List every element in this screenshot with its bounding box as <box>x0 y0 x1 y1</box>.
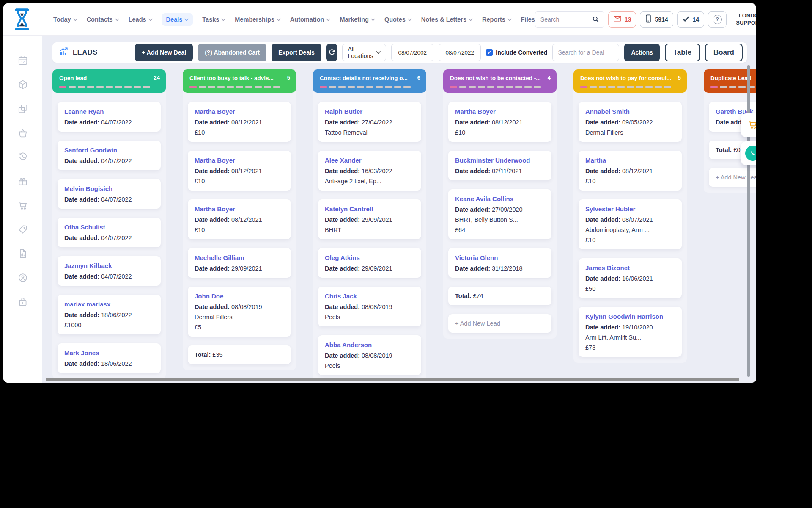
lead-card[interactable]: Oleg AtkinsDate added: 29/09/2021 <box>318 248 421 278</box>
nav-item-deals[interactable]: Deals <box>162 13 193 26</box>
lead-card[interactable]: Katelyn CantrellDate added: 29/09/2021BH… <box>318 199 421 239</box>
tasks-badge[interactable]: 14 <box>677 11 705 28</box>
nav-item-contacts[interactable]: Contacts <box>87 16 119 23</box>
lead-name[interactable]: Sylvester Hubler <box>585 205 675 213</box>
abandoned-cart-button[interactable]: (?) Abandoned Cart <box>198 44 266 61</box>
lead-card[interactable]: Chris JackDate added: 08/08/2019Peels <box>318 287 421 326</box>
lead-card[interactable]: Abba AndersonDate added: 08/08/2019Peels <box>318 335 421 375</box>
lead-name[interactable]: Jazmyn Kilback <box>64 262 154 269</box>
column-header[interactable]: Client too busy to talk - advis...5 <box>183 69 296 93</box>
lead-name[interactable]: Kylynn Goodwin Harrison <box>585 313 675 320</box>
lead-name[interactable]: James Bizonet <box>585 264 675 271</box>
lead-name[interactable]: Abba Anderson <box>325 341 414 348</box>
lead-card[interactable]: Kylynn Goodwin HarrisonDate added: 19/10… <box>579 307 682 357</box>
export-deals-button[interactable]: Export Deals <box>272 44 321 61</box>
basket-icon[interactable] <box>17 127 28 138</box>
lead-name[interactable]: Martha Boyer <box>195 157 284 164</box>
calendar-icon[interactable]: 12 <box>17 55 28 66</box>
package-icon[interactable] <box>17 79 28 90</box>
lock-icon[interactable] <box>17 296 28 307</box>
lead-name[interactable]: mariax mariasx <box>64 301 154 308</box>
mail-badge[interactable]: 13 <box>608 11 636 28</box>
column-header[interactable]: Open lead24 <box>52 69 166 93</box>
nav-item-today[interactable]: Today <box>53 16 77 23</box>
lead-card[interactable]: Martha BoyerDate added: 08/12/2021£10 <box>188 151 291 190</box>
lead-card[interactable]: mariax mariasxDate added: 18/06/2022£100… <box>58 295 161 334</box>
column-header[interactable]: Does not wish to pay for consul...5 <box>573 69 687 93</box>
deal-search-input[interactable] <box>552 44 619 61</box>
lead-card[interactable]: Martha BoyerDate added: 08/12/2021£10 <box>448 102 551 142</box>
nav-item-files[interactable]: Files <box>521 16 535 23</box>
lead-card[interactable]: Alee XanderDate added: 16/03/2022Anti-ag… <box>318 151 421 190</box>
lead-card[interactable]: Mechelle GilliamDate added: 29/09/2021 <box>188 248 291 278</box>
lead-name[interactable]: Annabel Smith <box>585 108 675 115</box>
lead-name[interactable]: Keane Avila Collins <box>455 195 545 202</box>
table-view-button[interactable]: Table <box>665 44 700 61</box>
date-from-input[interactable] <box>391 44 433 61</box>
lead-name[interactable]: Ralph Butler <box>325 108 414 115</box>
lead-card[interactable]: Leanne RyanDate added: 04/07/2022 <box>58 102 161 132</box>
nav-item-tasks[interactable]: Tasks <box>202 16 225 23</box>
nav-item-automation[interactable]: Automation <box>290 16 331 23</box>
lead-card[interactable]: MarthaDate added: 08/12/2021£10 <box>579 151 682 190</box>
lead-card[interactable]: Sylvester HublerDate added: 08/07/2021Ab… <box>579 199 682 249</box>
lead-name[interactable]: Martha <box>585 157 675 164</box>
lead-card[interactable]: Martha BoyerDate added: 08/12/2021£10 <box>188 102 291 142</box>
actions-button[interactable]: Actions <box>624 44 659 61</box>
lead-name[interactable]: Martha Boyer <box>195 108 284 115</box>
whatsapp-fab-button[interactable] <box>741 141 756 165</box>
nav-item-marketing[interactable]: Marketing <box>340 16 375 23</box>
nav-item-quotes[interactable]: Quotes <box>384 16 412 23</box>
vertical-scrollbar[interactable] <box>747 65 750 377</box>
logo-hourglass-icon[interactable] <box>13 7 31 32</box>
gift-icon[interactable] <box>17 176 28 187</box>
tag-icon[interactable] <box>17 224 28 235</box>
search-icon[interactable] <box>587 11 604 28</box>
search-input[interactable] <box>535 16 587 23</box>
lead-card[interactable]: Sanford GoodwinDate added: 04/07/2022 <box>58 141 161 170</box>
lead-card[interactable]: Melvin BogisichDate added: 04/07/2022 <box>58 179 161 209</box>
lead-name[interactable]: Chris Jack <box>325 293 414 300</box>
lead-name[interactable]: Mechelle Gilliam <box>195 254 284 261</box>
cart-icon[interactable] <box>17 200 28 211</box>
lead-card[interactable]: Keane Avila CollinsDate added: 27/09/202… <box>448 189 551 239</box>
cart-fab-button[interactable] <box>741 113 756 137</box>
include-converted-checkbox[interactable]: ✓ Include Converted <box>486 49 547 56</box>
lead-name[interactable]: Otha Schulist <box>64 224 154 231</box>
lead-card[interactable]: Buckminster UnderwoodDate added: 02/11/2… <box>448 151 551 180</box>
lead-card[interactable]: Ralph ButlerDate added: 27/04/2022Tattoo… <box>318 102 421 142</box>
history-icon[interactable] <box>17 152 28 163</box>
column-header[interactable]: Does not wish to be contacted -...4 <box>443 69 557 93</box>
nav-item-notes-letters[interactable]: Notes & Letters <box>421 16 473 23</box>
lead-name[interactable]: Alee Xander <box>325 157 414 164</box>
copy-icon[interactable] <box>17 103 28 114</box>
help-button[interactable]: ? <box>708 11 727 28</box>
column-header[interactable]: Contact details not receiving o...6 <box>313 69 426 93</box>
lead-name[interactable]: Katelyn Cantrell <box>325 205 414 213</box>
lead-card[interactable]: Martha BoyerDate added: 08/12/2021£10 <box>188 199 291 239</box>
lead-name[interactable]: Sanford Goodwin <box>64 146 154 154</box>
lead-card[interactable]: Mark JonesDate added: 18/06/2022 <box>58 343 161 373</box>
board-view-button[interactable]: Board <box>705 44 743 61</box>
lead-card[interactable]: Victoria GlennDate added: 31/12/2018 <box>448 248 551 278</box>
lead-name[interactable]: Leanne Ryan <box>64 108 154 115</box>
lead-card[interactable]: Annabel SmithDate added: 09/05/2022Derma… <box>579 102 682 142</box>
lead-name[interactable]: Victoria Glenn <box>455 254 545 261</box>
nav-item-reports[interactable]: Reports <box>482 16 512 23</box>
lead-name[interactable]: Buckminster Underwood <box>455 157 545 164</box>
refresh-button[interactable] <box>326 44 337 61</box>
nav-item-leads[interactable]: Leads <box>129 16 153 23</box>
nav-item-memberships[interactable]: Memberships <box>235 16 280 23</box>
add-new-deal-button[interactable]: + Add New Deal <box>135 44 193 61</box>
lead-card[interactable]: James BizonetDate added: 16/06/2021£50 <box>579 258 682 298</box>
location-select[interactable]: All Locations <box>342 44 386 61</box>
lead-card[interactable]: Otha SchulistDate added: 04/07/2022 <box>58 218 161 247</box>
phone-badge[interactable]: 5914 <box>640 11 673 28</box>
horizontal-scrollbar[interactable] <box>46 378 739 381</box>
report-icon[interactable] <box>17 248 28 259</box>
lead-card[interactable]: Jazmyn KilbackDate added: 04/07/2022 <box>58 256 161 286</box>
lead-name[interactable]: Melvin Bogisich <box>64 185 154 192</box>
lead-name[interactable]: Mark Jones <box>64 349 154 356</box>
lead-name[interactable]: Martha Boyer <box>455 108 545 115</box>
lead-name[interactable]: Oleg Atkins <box>325 254 414 261</box>
